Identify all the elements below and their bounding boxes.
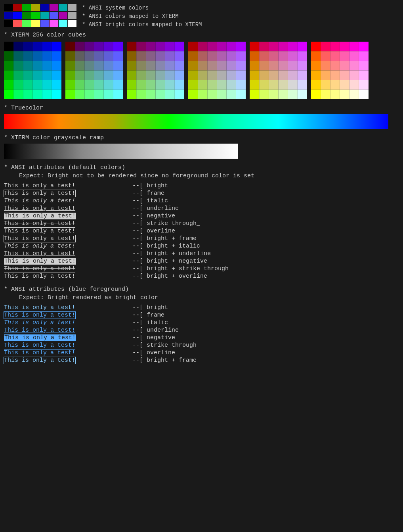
blue-attr-label-frame: --[ frame [111,312,164,319]
swatch-cell [68,20,76,27]
attr-row-bright-italic: This is only a test! --[ bright + italic [4,243,399,250]
attr-text-bright-overline: This is only a test! [4,273,111,280]
blue-bright-framed-text: This is only a test! [4,357,75,364]
attr-row-bright-underline: This is only a test! --[ bright + underl… [4,250,399,257]
grayscale-bar [4,144,238,159]
xterm-cubes-title: * XTERM 256 color cubes [4,32,399,38]
attr-text-negative: This is only a test! [4,213,111,219]
color-cube-4 [188,42,246,99]
attr-label-negative: --[ negative [111,213,175,219]
blue-attr-row-overline: This is only a test! --[ overline [4,350,399,356]
blue-attr-text-bright-frame: This is only a test! [4,357,111,364]
attr-row-negative: This is only a test! --[ negative [4,213,399,219]
xterm-cubes-section: * XTERM 256 color cubes [4,32,399,99]
attr-text-overline: This is only a test! [4,228,111,234]
blue-attr-text-bright: This is only a test! [4,304,111,311]
ansi-blue-section: * ANSI attributes (blue foreground) Expe… [4,286,399,364]
blue-attr-label-underline: --[ underline [111,327,179,334]
attr-text-bright-strikethrough: This is only a test! [4,265,111,272]
swatch-cell [50,20,58,27]
attr-label-strikethrough: --[ strike through_ [111,220,200,227]
swatch-cell [59,20,67,27]
attr-label-bright-frame: --[ bright + frame [111,235,197,242]
attr-label-bright-italic: --[ bright + italic [111,243,200,250]
swatch-cell [4,4,13,11]
swatch-cell [68,4,76,11]
swatch-cell [22,20,31,27]
attr-text-bright-frame: This is only a test! [4,235,111,242]
bright-framed-text: This is only a test! [4,235,75,242]
blue-attr-row-underline: This is only a test! --[ underline [4,327,399,334]
swatch-cell [59,4,67,11]
truecolor-section: * Truecolor [4,105,399,129]
attr-row-bright-overline: This is only a test! --[ bright + overli… [4,273,399,280]
attr-label-bright-strikethrough: --[ bright + strike through [111,265,229,272]
ansi-swatches-header: * ANSI system colors * ANSI colors mappe… [4,4,399,29]
swatch-cell [50,4,58,11]
blue-attr-row-strikethrough: This is only a test! --[ strike through [4,342,399,349]
attr-label-underline: --[ underline [111,205,179,212]
blue-attr-row-bright: This is only a test! --[ bright [4,304,399,311]
swatch-cell [68,12,76,19]
color-cubes-row [4,42,399,99]
swatch-row-2 [4,12,76,19]
attr-text-bright-negative: This is only a test! [4,258,111,265]
color-cube-2 [65,42,123,99]
attr-row-frame: This is only a test! --[ frame [4,190,399,197]
swatch-labels: * ANSI system colors * ANSI colors mappe… [82,4,202,29]
swatch-cell [4,20,13,27]
attr-row-bright-negative: This is only a test! --[ bright + negati… [4,258,399,265]
attr-row-italic: This is only a test! --[ italic [4,198,399,204]
swatch-cell [13,4,22,11]
blue-attr-text-overline: This is only a test! [4,350,111,356]
attr-row-strikethrough: This is only a test! --[ strike through_ [4,220,399,227]
attr-row-bright: This is only a test! --[ bright [4,182,399,189]
blue-attr-row-frame: This is only a test! --[ frame [4,312,399,319]
truecolor-bar [4,114,388,129]
bright-negative-text: This is only a test! [4,258,76,265]
swatch-cell [31,20,40,27]
negative-text: This is only a test! [4,213,76,219]
attr-label-bright-overline: --[ bright + overline [111,273,207,280]
blue-attr-label-strikethrough: --[ strike through [111,342,197,349]
swatch-cell [59,12,67,19]
attr-row-bright-frame: This is only a test! --[ bright + frame [4,235,399,242]
grayscale-title: * XTERM color grayscale ramp [4,134,399,141]
swatch-cell [50,12,58,19]
attr-text-italic: This is only a test! [4,198,111,204]
attr-text-underline: This is only a test! [4,205,111,212]
swatch-cell [40,20,49,27]
swatch-cell [13,12,22,19]
attr-row-overline: This is only a test! --[ overline [4,228,399,234]
swatch-label-2: * ANSI colors mapped to XTERM [82,13,202,19]
attr-text-bright: This is only a test! [4,182,111,189]
blue-attr-label-italic: --[ italic [111,319,168,326]
attr-text-frame: This is only a test! [4,190,111,197]
attr-row-bright-strikethrough: This is only a test! --[ bright + strike… [4,265,399,272]
blue-attr-label-bright: --[ bright [111,304,168,311]
color-cube-6 [311,42,369,99]
ansi-blue-subtitle: Expect: Bright rendered as bright color [4,294,399,301]
attr-label-bright-negative: --[ bright + negative [111,258,207,265]
swatch-cell [22,12,31,19]
swatch-row-3 [4,20,76,27]
blue-attr-row-italic: This is only a test! --[ italic [4,319,399,326]
blue-attr-text-negative: This is only a test! [4,334,111,341]
blue-attr-row-negative: This is only a test! --[ negative [4,334,399,341]
color-cube-5 [250,42,307,99]
attr-label-overline: --[ overline [111,228,175,234]
blue-attr-text-frame: This is only a test! [4,312,111,319]
framed-text: This is only a test! [4,190,75,197]
blue-attr-text-italic: This is only a test! [4,319,111,326]
swatch-cell [31,12,40,19]
blue-attr-text-underline: This is only a test! [4,327,111,334]
blue-attr-text-strikethrough: This is only a test! [4,342,111,349]
ansi-default-section: * ANSI attributes (default colors) Expec… [4,164,399,280]
swatch-cell [22,4,31,11]
attr-text-bright-italic: This is only a test! [4,243,111,250]
blue-attr-row-bright-frame: This is only a test! --[ bright + frame [4,357,399,364]
truecolor-title: * Truecolor [4,105,399,111]
swatch-label-3: * ANSI bright colors mapped to XTERM [82,21,202,28]
color-cube-3 [127,42,184,99]
swatch-label-1: * ANSI system colors [82,5,202,11]
